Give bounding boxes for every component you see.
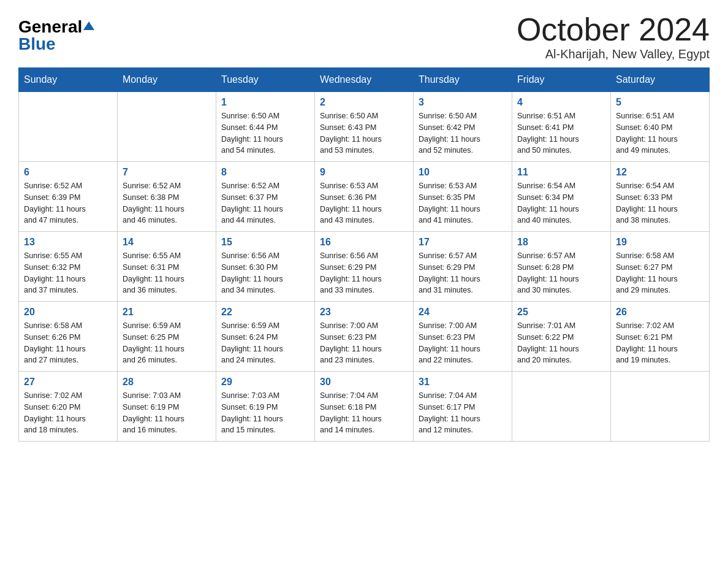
day-info: Sunrise: 6:51 AM Sunset: 6:41 PM Dayligh…: [517, 110, 605, 156]
day-info: Sunrise: 6:57 AM Sunset: 6:28 PM Dayligh…: [517, 250, 605, 296]
calendar-cell: 31Sunrise: 7:04 AM Sunset: 6:17 PM Dayli…: [414, 372, 512, 442]
day-number: 24: [419, 307, 507, 318]
calendar-cell: 6Sunrise: 6:52 AM Sunset: 6:39 PM Daylig…: [19, 162, 118, 232]
day-number: 28: [123, 377, 211, 388]
logo: General Blue: [18, 12, 94, 53]
day-number: 14: [123, 237, 211, 248]
calendar-cell: 1Sunrise: 6:50 AM Sunset: 6:44 PM Daylig…: [216, 92, 315, 162]
day-number: 21: [123, 307, 211, 318]
day-number: 8: [221, 167, 309, 178]
calendar-cell: 20Sunrise: 6:58 AM Sunset: 6:26 PM Dayli…: [19, 302, 118, 372]
day-number: 2: [320, 97, 408, 108]
day-info: Sunrise: 7:00 AM Sunset: 6:23 PM Dayligh…: [419, 320, 507, 366]
day-number: 23: [320, 307, 408, 318]
calendar-cell: 15Sunrise: 6:56 AM Sunset: 6:30 PM Dayli…: [216, 232, 315, 302]
calendar-cell: 19Sunrise: 6:58 AM Sunset: 6:27 PM Dayli…: [611, 232, 710, 302]
calendar-cell: 10Sunrise: 6:53 AM Sunset: 6:35 PM Dayli…: [414, 162, 512, 232]
day-info: Sunrise: 6:52 AM Sunset: 6:38 PM Dayligh…: [123, 180, 211, 226]
calendar-table: SundayMondayTuesdayWednesdayThursdayFrid…: [18, 67, 710, 442]
day-info: Sunrise: 6:54 AM Sunset: 6:33 PM Dayligh…: [616, 180, 704, 226]
day-info: Sunrise: 7:01 AM Sunset: 6:22 PM Dayligh…: [517, 320, 605, 366]
day-info: Sunrise: 6:53 AM Sunset: 6:35 PM Dayligh…: [419, 180, 507, 226]
day-info: Sunrise: 6:55 AM Sunset: 6:32 PM Dayligh…: [24, 250, 112, 296]
day-number: 11: [517, 167, 605, 178]
calendar-cell: 5Sunrise: 6:51 AM Sunset: 6:40 PM Daylig…: [611, 92, 710, 162]
logo-triangle-icon: [83, 20, 94, 31]
day-info: Sunrise: 6:59 AM Sunset: 6:24 PM Dayligh…: [221, 320, 309, 366]
day-number: 22: [221, 307, 309, 318]
calendar-week-row: 27Sunrise: 7:02 AM Sunset: 6:20 PM Dayli…: [19, 372, 710, 442]
calendar-cell: 25Sunrise: 7:01 AM Sunset: 6:22 PM Dayli…: [512, 302, 611, 372]
calendar-cell: 21Sunrise: 6:59 AM Sunset: 6:25 PM Dayli…: [118, 302, 216, 372]
calendar-cell: 7Sunrise: 6:52 AM Sunset: 6:38 PM Daylig…: [118, 162, 216, 232]
day-number: 18: [517, 237, 605, 248]
day-info: Sunrise: 6:54 AM Sunset: 6:34 PM Dayligh…: [517, 180, 605, 226]
header-saturday: Saturday: [611, 68, 710, 92]
day-info: Sunrise: 7:02 AM Sunset: 6:21 PM Dayligh…: [616, 320, 704, 366]
day-number: 6: [24, 167, 112, 178]
day-number: 25: [517, 307, 605, 318]
calendar-cell: 12Sunrise: 6:54 AM Sunset: 6:33 PM Dayli…: [611, 162, 710, 232]
day-info: Sunrise: 7:03 AM Sunset: 6:19 PM Dayligh…: [123, 390, 211, 436]
logo-general-text: General: [18, 18, 82, 36]
day-number: 19: [616, 237, 704, 248]
calendar-cell: 29Sunrise: 7:03 AM Sunset: 6:19 PM Dayli…: [216, 372, 315, 442]
calendar-cell: 13Sunrise: 6:55 AM Sunset: 6:32 PM Dayli…: [19, 232, 118, 302]
day-info: Sunrise: 6:50 AM Sunset: 6:44 PM Dayligh…: [221, 110, 309, 156]
calendar-cell: 4Sunrise: 6:51 AM Sunset: 6:41 PM Daylig…: [512, 92, 611, 162]
day-info: Sunrise: 6:50 AM Sunset: 6:43 PM Dayligh…: [320, 110, 408, 156]
day-number: 30: [320, 377, 408, 388]
calendar-week-row: 1Sunrise: 6:50 AM Sunset: 6:44 PM Daylig…: [19, 92, 710, 162]
calendar-cell: 26Sunrise: 7:02 AM Sunset: 6:21 PM Dayli…: [611, 302, 710, 372]
day-info: Sunrise: 6:50 AM Sunset: 6:42 PM Dayligh…: [419, 110, 507, 156]
day-info: Sunrise: 6:58 AM Sunset: 6:27 PM Dayligh…: [616, 250, 704, 296]
day-number: 20: [24, 307, 112, 318]
day-info: Sunrise: 6:57 AM Sunset: 6:29 PM Dayligh…: [419, 250, 507, 296]
location-subtitle: Al-Kharijah, New Valley, Egypt: [517, 47, 710, 61]
day-number: 12: [616, 167, 704, 178]
day-info: Sunrise: 7:04 AM Sunset: 6:18 PM Dayligh…: [320, 390, 408, 436]
calendar-cell: [611, 372, 710, 442]
calendar-week-row: 20Sunrise: 6:58 AM Sunset: 6:26 PM Dayli…: [19, 302, 710, 372]
day-number: 1: [221, 97, 309, 108]
day-number: 26: [616, 307, 704, 318]
day-info: Sunrise: 6:55 AM Sunset: 6:31 PM Dayligh…: [123, 250, 211, 296]
header-sunday: Sunday: [19, 68, 118, 92]
day-number: 29: [221, 377, 309, 388]
day-info: Sunrise: 6:59 AM Sunset: 6:25 PM Dayligh…: [123, 320, 211, 366]
calendar-cell: 27Sunrise: 7:02 AM Sunset: 6:20 PM Dayli…: [19, 372, 118, 442]
month-title: October 2024: [517, 12, 710, 47]
day-info: Sunrise: 7:04 AM Sunset: 6:17 PM Dayligh…: [419, 390, 507, 436]
day-number: 27: [24, 377, 112, 388]
calendar-cell: 17Sunrise: 6:57 AM Sunset: 6:29 PM Dayli…: [414, 232, 512, 302]
calendar-week-row: 13Sunrise: 6:55 AM Sunset: 6:32 PM Dayli…: [19, 232, 710, 302]
calendar-cell: [19, 92, 118, 162]
day-info: Sunrise: 7:02 AM Sunset: 6:20 PM Dayligh…: [24, 390, 112, 436]
header-thursday: Thursday: [414, 68, 512, 92]
calendar-cell: 18Sunrise: 6:57 AM Sunset: 6:28 PM Dayli…: [512, 232, 611, 302]
calendar-cell: 22Sunrise: 6:59 AM Sunset: 6:24 PM Dayli…: [216, 302, 315, 372]
header: General Blue October 2024 Al-Kharijah, N…: [18, 12, 710, 61]
day-number: 3: [419, 97, 507, 108]
calendar-cell: 30Sunrise: 7:04 AM Sunset: 6:18 PM Dayli…: [315, 372, 414, 442]
title-area: October 2024 Al-Kharijah, New Valley, Eg…: [517, 12, 710, 61]
day-info: Sunrise: 7:00 AM Sunset: 6:23 PM Dayligh…: [320, 320, 408, 366]
day-info: Sunrise: 7:03 AM Sunset: 6:19 PM Dayligh…: [221, 390, 309, 436]
day-info: Sunrise: 6:52 AM Sunset: 6:37 PM Dayligh…: [221, 180, 309, 226]
day-number: 4: [517, 97, 605, 108]
day-number: 9: [320, 167, 408, 178]
calendar-cell: 9Sunrise: 6:53 AM Sunset: 6:36 PM Daylig…: [315, 162, 414, 232]
calendar-cell: 24Sunrise: 7:00 AM Sunset: 6:23 PM Dayli…: [414, 302, 512, 372]
day-number: 17: [419, 237, 507, 248]
header-wednesday: Wednesday: [315, 68, 414, 92]
logo-blue-text: Blue: [18, 36, 56, 53]
header-tuesday: Tuesday: [216, 68, 315, 92]
calendar-cell: 14Sunrise: 6:55 AM Sunset: 6:31 PM Dayli…: [118, 232, 216, 302]
calendar-cell: 2Sunrise: 6:50 AM Sunset: 6:43 PM Daylig…: [315, 92, 414, 162]
day-info: Sunrise: 6:56 AM Sunset: 6:30 PM Dayligh…: [221, 250, 309, 296]
day-number: 31: [419, 377, 507, 388]
day-number: 16: [320, 237, 408, 248]
header-monday: Monday: [118, 68, 216, 92]
day-info: Sunrise: 6:51 AM Sunset: 6:40 PM Dayligh…: [616, 110, 704, 156]
day-number: 7: [123, 167, 211, 178]
